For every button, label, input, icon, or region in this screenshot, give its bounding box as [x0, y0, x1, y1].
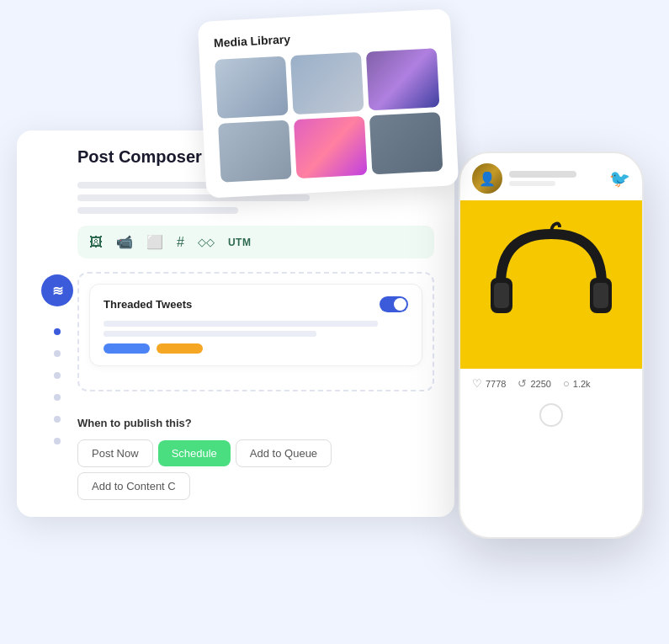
- heart-icon: ♡: [472, 377, 482, 390]
- phone-name-line2: [509, 181, 555, 186]
- media-thumb-laptop[interactable]: [369, 112, 443, 174]
- text-line-2: [77, 194, 310, 201]
- svg-rect-1: [494, 283, 509, 308]
- logo-icon[interactable]: ≋: [41, 274, 73, 306]
- add-to-content-button[interactable]: Add to Content C: [77, 472, 190, 500]
- add-to-queue-button[interactable]: Add to Queue: [236, 439, 332, 467]
- text-line-3: [77, 207, 238, 214]
- action-buttons-row: [104, 343, 408, 354]
- comments-count: 1.2k: [573, 379, 591, 389]
- media-thumb-pink[interactable]: [294, 116, 368, 178]
- svg-rect-3: [593, 283, 608, 308]
- post-now-button[interactable]: Post Now: [77, 439, 153, 467]
- image-icon[interactable]: 🖼: [89, 235, 103, 250]
- phone-post-image: [460, 200, 642, 369]
- action-btn-yellow[interactable]: [157, 343, 203, 354]
- stat-retweets: ↺ 2250: [518, 377, 550, 390]
- phone-mockup: 👤 🐦 ♡ 7778 ↺ 2250: [459, 152, 644, 539]
- threaded-text-lines: [104, 321, 408, 337]
- media-library-card: Media Library: [198, 8, 459, 198]
- threaded-toggle[interactable]: [380, 296, 408, 312]
- media-thumb-office[interactable]: [215, 56, 289, 119]
- threaded-label: Threaded Tweets: [104, 298, 192, 311]
- video-icon[interactable]: 📹: [116, 234, 133, 250]
- headphone-illustration: [475, 209, 627, 360]
- threaded-tweets-container: Threaded Tweets: [77, 272, 434, 391]
- nav-dot-3[interactable]: [54, 372, 61, 379]
- media-grid: [215, 48, 443, 183]
- stat-likes: ♡ 7778: [472, 377, 506, 390]
- buffer-icon[interactable]: ◇◇: [198, 236, 215, 248]
- phone-stats: ♡ 7778 ↺ 2250 ○ 1.2k: [460, 369, 642, 397]
- phone-name-lines: [509, 171, 603, 186]
- comment-icon: ○: [563, 377, 570, 390]
- nav-dot-2[interactable]: [54, 350, 61, 357]
- avatar: 👤: [472, 163, 502, 194]
- threaded-line-2: [104, 331, 316, 337]
- hashtag-icon[interactable]: #: [177, 235, 184, 250]
- likes-count: 7778: [486, 379, 506, 389]
- nav-dot-5[interactable]: [54, 416, 61, 423]
- phone-top: 👤 🐦: [460, 153, 642, 200]
- stat-comments: ○ 1.2k: [563, 377, 591, 390]
- nav-dot-4[interactable]: [54, 394, 61, 401]
- schedule-button[interactable]: Schedule: [158, 440, 231, 466]
- action-btn-blue[interactable]: [104, 343, 150, 354]
- retweet-icon: ↺: [518, 377, 527, 390]
- utm-button[interactable]: UTM: [228, 237, 252, 248]
- twitter-icon: 🐦: [609, 168, 630, 189]
- publish-section: When to publish this? Post Now Schedule …: [17, 417, 454, 517]
- scroll-circle: [539, 403, 563, 427]
- threaded-card: Threaded Tweets: [89, 284, 422, 366]
- threaded-header: Threaded Tweets: [104, 296, 408, 312]
- phone-name-line1: [509, 171, 576, 178]
- nav-dot-1[interactable]: [54, 328, 61, 335]
- phone-scroll-indicator: [460, 403, 642, 427]
- retweets-count: 2250: [530, 379, 550, 389]
- avatar-img: 👤: [472, 163, 502, 194]
- publish-label: When to publish this?: [77, 417, 434, 429]
- library-icon[interactable]: ⬜: [146, 234, 163, 250]
- media-thumb-ball[interactable]: [290, 52, 364, 114]
- media-thumb-building[interactable]: [218, 120, 292, 182]
- sidebar: ≋: [34, 261, 81, 517]
- media-library-title: Media Library: [214, 24, 436, 50]
- nav-dot-6[interactable]: [54, 438, 61, 444]
- composer-toolbar: 🖼 📹 ⬜ # ◇◇ UTM: [77, 226, 434, 258]
- publish-buttons: Post Now Schedule Add to Queue Add to Co…: [77, 439, 434, 500]
- toggle-knob: [394, 298, 406, 311]
- threaded-line-1: [104, 321, 378, 327]
- media-thumb-purple[interactable]: [366, 48, 440, 110]
